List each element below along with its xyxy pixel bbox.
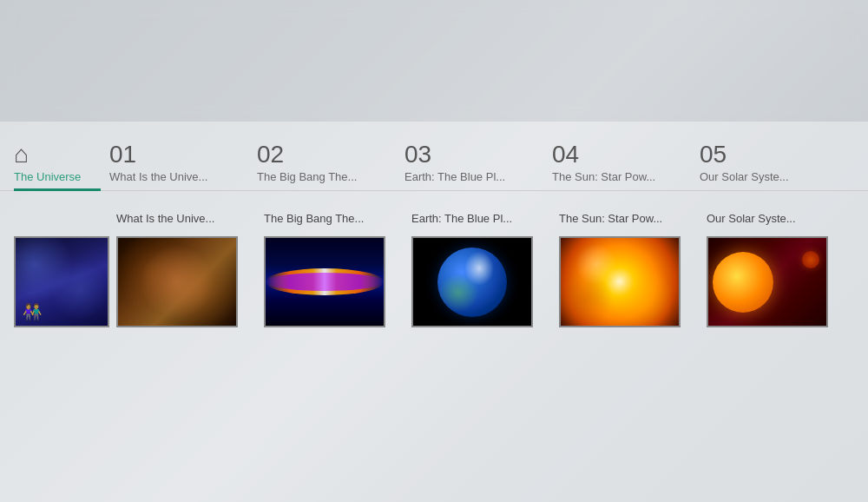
nav-item-1[interactable]: 01 What Is the Unive... bbox=[109, 142, 257, 190]
nav-label-4: The Sun: Star Pow... bbox=[552, 170, 655, 183]
episode-item-3[interactable]: Earth: The Blue Pl... bbox=[411, 212, 559, 327]
episode-title-4: The Sun: Star Pow... bbox=[559, 212, 698, 228]
nav-item-2[interactable]: 02 The Big Bang The... bbox=[257, 142, 404, 190]
nav-number-1: 01 bbox=[109, 142, 136, 167]
episode-title-3: Earth: The Blue Pl... bbox=[411, 212, 550, 228]
nav-item-3[interactable]: 03 Earth: The Blue Pl... bbox=[404, 142, 552, 190]
nav-number-4: 04 bbox=[552, 142, 579, 167]
nav-label-5: Our Solar Syste... bbox=[700, 170, 789, 183]
episodes-row: What Is the Unive... The Big Bang The...… bbox=[0, 191, 868, 327]
episode-thumb-5 bbox=[707, 236, 828, 327]
nav-label-3: Earth: The Blue Pl... bbox=[404, 170, 505, 183]
nav-number-2: 02 bbox=[257, 142, 284, 167]
nav-item-home[interactable]: ⌂ The Universe bbox=[14, 142, 109, 190]
episode-title-5: Our Solar Syste... bbox=[707, 212, 845, 228]
episode-thumb-3 bbox=[411, 236, 533, 327]
episode-item-5[interactable]: Our Solar Syste... bbox=[707, 212, 854, 327]
episode-thumb-4 bbox=[559, 236, 681, 327]
thumb-universe-img bbox=[16, 238, 108, 326]
nav-label-1: What Is the Unive... bbox=[109, 170, 207, 183]
episode-item-home[interactable] bbox=[14, 212, 116, 327]
nav-item-5[interactable]: 05 Our Solar Syste... bbox=[700, 142, 847, 190]
episode-title-home bbox=[14, 212, 108, 228]
episode-thumb-1 bbox=[116, 236, 238, 327]
nav-item-home-label: The Universe bbox=[14, 170, 81, 183]
episode-thumb-home bbox=[14, 236, 109, 327]
nav-number-5: 05 bbox=[700, 142, 727, 167]
episode-item-4[interactable]: The Sun: Star Pow... bbox=[559, 212, 707, 327]
nav-label-2: The Big Bang The... bbox=[257, 170, 357, 183]
thumb-sun-img bbox=[561, 238, 679, 326]
thumb-earth-img bbox=[413, 238, 531, 326]
episode-thumb-2 bbox=[264, 236, 385, 327]
episode-title-1: What Is the Unive... bbox=[116, 212, 255, 228]
episode-item-2[interactable]: The Big Bang The... bbox=[264, 212, 411, 327]
thumb-solarsystem-img bbox=[708, 238, 826, 326]
top-blur-panel bbox=[0, 0, 868, 122]
nav-strip: ⌂ The Universe 01 What Is the Unive... 0… bbox=[0, 122, 868, 191]
thumb-nebula-img bbox=[118, 238, 236, 326]
home-icon: ⌂ bbox=[14, 142, 29, 167]
episode-item-1[interactable]: What Is the Unive... bbox=[116, 212, 264, 327]
main-content: ⌂ The Universe 01 What Is the Unive... 0… bbox=[0, 122, 868, 502]
nav-item-4[interactable]: 04 The Sun: Star Pow... bbox=[552, 142, 700, 190]
nav-number-3: 03 bbox=[404, 142, 431, 167]
episode-title-2: The Big Bang The... bbox=[264, 212, 403, 228]
thumb-bigbang-img bbox=[266, 238, 384, 326]
